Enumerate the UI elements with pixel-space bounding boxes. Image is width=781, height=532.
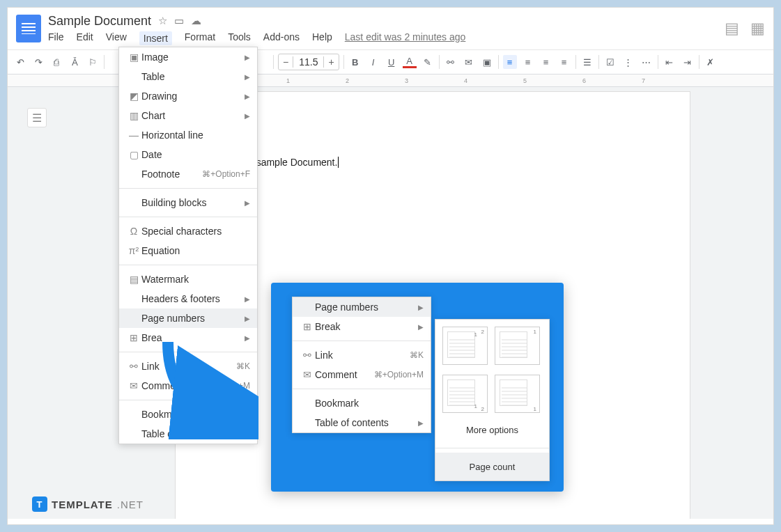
decrease-font-icon[interactable]: − bbox=[279, 56, 293, 68]
meet-icon[interactable]: ▦ bbox=[750, 19, 765, 38]
header: Sample Document ☆ ▭ ☁ File Edit View Ins… bbox=[8, 8, 773, 49]
page-numbers-panel: 12 1 12 1 More options Page count bbox=[435, 319, 550, 481]
separator bbox=[104, 55, 105, 69]
menu-edit[interactable]: Edit bbox=[77, 31, 93, 45]
cloud-icon[interactable]: ☁ bbox=[191, 15, 201, 27]
watermark-brand: T TEMPLATE.NET bbox=[32, 496, 144, 512]
arrow-icon bbox=[147, 335, 258, 439]
mi-watermark[interactable]: ▤Watermark bbox=[119, 269, 257, 289]
smi-page-numbers[interactable]: Page numbers▶ bbox=[293, 297, 431, 317]
menu-format[interactable]: Format bbox=[185, 31, 215, 45]
image-icon: ▣ bbox=[126, 52, 141, 63]
smi-break[interactable]: ⊞Break▶ bbox=[293, 317, 431, 336]
mi-headers[interactable]: Headers & footers▶ bbox=[119, 289, 257, 308]
star-icon[interactable]: ☆ bbox=[158, 15, 167, 27]
smi-comment[interactable]: ✉Comment⌘+Option+M bbox=[293, 365, 431, 384]
print-icon[interactable]: ⎙ bbox=[49, 55, 63, 69]
break-icon: ⊞ bbox=[126, 332, 141, 343]
separator bbox=[273, 55, 274, 69]
menu-insert[interactable]: Insert bbox=[139, 31, 172, 45]
page-count[interactable]: Page count bbox=[435, 453, 549, 480]
checklist-icon[interactable]: ☑ bbox=[603, 55, 617, 69]
document-text: a sample Document. bbox=[248, 157, 339, 168]
image-insert-icon[interactable]: ▣ bbox=[480, 55, 494, 69]
redo-icon[interactable]: ↷ bbox=[31, 55, 45, 69]
comments-icon[interactable]: ▤ bbox=[725, 19, 739, 38]
align-right-icon[interactable]: ≡ bbox=[539, 55, 553, 69]
text-color-icon[interactable]: A bbox=[403, 56, 417, 68]
drawing-icon: ◩ bbox=[126, 91, 141, 102]
pi-icon: π² bbox=[126, 245, 141, 256]
mi-footnote[interactable]: Footnote⌘+Option+F bbox=[119, 164, 257, 184]
mi-special[interactable]: ΩSpecial characters bbox=[119, 221, 257, 241]
menu-file[interactable]: File bbox=[48, 31, 64, 45]
callout: Page numbers▶ ⊞Break▶ ⚯Link⌘K ✉Comment⌘+… bbox=[271, 283, 564, 492]
mi-equation[interactable]: π²Equation bbox=[119, 241, 257, 260]
undo-icon[interactable]: ↶ bbox=[13, 55, 27, 69]
font-size[interactable]: − 11.5 + bbox=[278, 54, 339, 70]
underline-icon[interactable]: U bbox=[385, 55, 399, 69]
mi-drawing[interactable]: ◩Drawing▶ bbox=[119, 86, 257, 106]
mi-date[interactable]: ▢Date bbox=[119, 145, 257, 164]
smi-toc[interactable]: Table of contents▶ bbox=[293, 413, 431, 432]
edit-status[interactable]: Last edit was 2 minutes ago bbox=[345, 31, 466, 45]
separator bbox=[598, 55, 599, 69]
clear-format-icon[interactable]: ✗ bbox=[704, 55, 718, 69]
bold-icon[interactable]: B bbox=[348, 55, 362, 69]
align-center-icon[interactable]: ≡ bbox=[521, 55, 535, 69]
smi-link[interactable]: ⚯Link⌘K bbox=[293, 345, 431, 365]
line-spacing-icon[interactable]: ☰ bbox=[580, 55, 594, 69]
mi-chart[interactable]: ▥Chart▶ bbox=[119, 106, 257, 125]
chart-icon: ▥ bbox=[126, 110, 141, 121]
separator bbox=[343, 55, 344, 69]
sub-insert-menu: Page numbers▶ ⊞Break▶ ⚯Link⌘K ✉Comment⌘+… bbox=[292, 297, 431, 433]
pn-option-footer-right[interactable]: 12 bbox=[442, 375, 488, 413]
menu-help[interactable]: Help bbox=[312, 31, 332, 45]
link-icon: ⚯ bbox=[126, 361, 141, 372]
bulleted-list-icon[interactable]: ⋮ bbox=[621, 55, 635, 69]
doc-title[interactable]: Sample Document bbox=[48, 14, 151, 29]
paint-format-icon[interactable]: ⚐ bbox=[86, 55, 100, 69]
pn-option-footer-right-skip[interactable]: 1 bbox=[495, 375, 540, 413]
separator bbox=[439, 55, 440, 69]
break-icon: ⊞ bbox=[300, 321, 315, 332]
link-icon[interactable]: ⚯ bbox=[444, 55, 458, 69]
calendar-icon: ▢ bbox=[126, 149, 141, 160]
align-left-icon[interactable]: ≡ bbox=[503, 55, 517, 69]
separator bbox=[575, 55, 576, 69]
docs-logo[interactable] bbox=[16, 15, 41, 42]
italic-icon[interactable]: I bbox=[366, 55, 380, 69]
watermark-icon: ▤ bbox=[126, 274, 141, 285]
more-options[interactable]: More options bbox=[435, 416, 549, 444]
outline-toggle-icon[interactable]: ☰ bbox=[27, 108, 47, 127]
line-icon: — bbox=[126, 130, 141, 141]
indent-decrease-icon[interactable]: ⇤ bbox=[663, 55, 676, 69]
pn-option-header-right-skip[interactable]: 1 bbox=[495, 327, 540, 365]
separator bbox=[498, 55, 499, 69]
menu-addons[interactable]: Add-ons bbox=[263, 31, 300, 45]
menu-view[interactable]: View bbox=[106, 31, 127, 45]
mi-hr[interactable]: —Horizontal line bbox=[119, 125, 257, 145]
increase-font-icon[interactable]: + bbox=[324, 56, 338, 68]
mi-image[interactable]: ▣Image▶ bbox=[119, 47, 257, 67]
mi-page-numbers[interactable]: Page numbers▶ bbox=[119, 308, 257, 328]
numbered-list-icon[interactable]: ⋯ bbox=[640, 55, 654, 69]
align-justify-icon[interactable]: ≡ bbox=[557, 55, 571, 69]
separator bbox=[699, 55, 699, 69]
mi-blocks[interactable]: Building blocks▶ bbox=[119, 193, 257, 212]
menubar: File Edit View Insert Format Tools Add-o… bbox=[48, 31, 718, 45]
highlight-icon[interactable]: ✎ bbox=[421, 55, 435, 69]
folder-move-icon[interactable]: ▭ bbox=[174, 15, 184, 27]
font-size-value[interactable]: 11.5 bbox=[293, 56, 324, 68]
mi-table[interactable]: Table▶ bbox=[119, 67, 257, 86]
separator bbox=[658, 55, 658, 69]
link-icon: ⚯ bbox=[300, 350, 315, 361]
menu-tools[interactable]: Tools bbox=[228, 31, 251, 45]
pn-option-header-right[interactable]: 12 bbox=[442, 327, 488, 365]
comment-icon[interactable]: ✉ bbox=[462, 55, 476, 69]
spellcheck-icon[interactable]: Ǎ bbox=[68, 55, 82, 69]
indent-increase-icon[interactable]: ⇥ bbox=[681, 55, 695, 69]
omega-icon: Ω bbox=[126, 226, 141, 237]
comment-icon: ✉ bbox=[126, 380, 141, 391]
smi-bookmark[interactable]: Bookmark bbox=[293, 393, 431, 413]
